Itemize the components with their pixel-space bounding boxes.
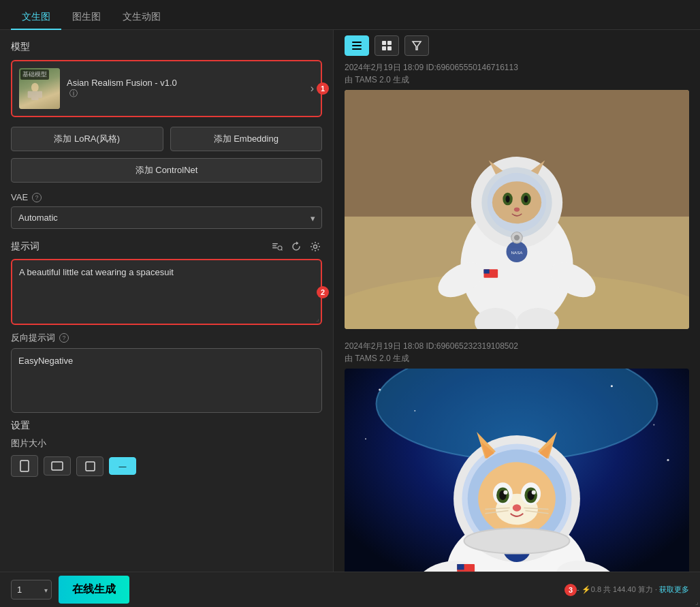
generate-btn-wrapper: 在线生成 3	[59, 576, 570, 604]
svg-point-0	[31, 83, 39, 92]
svg-rect-13	[352, 42, 362, 43]
svg-point-68	[532, 491, 536, 495]
svg-rect-2	[28, 91, 32, 98]
negative-prompt-textarea[interactable]: EasyNegative	[12, 349, 321, 410]
svg-point-45	[514, 235, 520, 240]
svg-point-67	[503, 491, 507, 495]
model-section-title: 模型	[11, 41, 322, 53]
svg-rect-6	[272, 247, 277, 249]
prompt-badge: 2	[317, 286, 329, 298]
tab-image-to-image[interactable]: 图生图	[61, 5, 112, 30]
credits-display: - ⚡0.8 共 144.40 算力 · 获取更多	[577, 585, 689, 595]
prompt-icon-2[interactable]	[289, 240, 303, 253]
prompt-icon-buttons	[270, 240, 322, 253]
prompt-input-box: A beautiful little cat wearing a spacesu…	[11, 259, 322, 325]
svg-marker-20	[413, 42, 421, 50]
prompt-label: 提示词	[11, 240, 39, 253]
negative-prompt-help-icon[interactable]: ?	[59, 333, 69, 343]
negative-prompt-label-row: 反向提示词 ?	[11, 332, 322, 344]
generate-button[interactable]: 在线生成	[59, 576, 129, 604]
generation-info-1: 2024年2月19日 18:09 ID:696065550146716113 由…	[345, 61, 689, 86]
generate-badge: 3	[564, 584, 577, 596]
generated-by-1: 由 TAMS 2.0 生成	[345, 74, 689, 86]
negative-prompt-box: EasyNegative ⌟	[11, 348, 322, 413]
prompt-icon-3[interactable]	[308, 240, 322, 253]
svg-rect-11	[52, 462, 63, 470]
svg-point-32	[524, 196, 528, 202]
svg-rect-19	[387, 46, 392, 50]
addon-buttons-row: 添加 LoRA(风格) 添加 Embedding	[11, 127, 322, 151]
svg-rect-15	[352, 48, 362, 50]
add-lora-button[interactable]: 添加 LoRA(风格)	[11, 127, 163, 151]
model-info: 基础模型 Asian Realism Fusion - v1.0	[19, 68, 177, 109]
vae-select-wrapper: Automatic	[11, 206, 322, 229]
add-embedding-button[interactable]: 添加 Embedding	[170, 127, 323, 151]
image-size-buttons: —	[11, 455, 322, 477]
size-square-btn[interactable]	[76, 456, 104, 476]
vae-label-row: VAE ?	[11, 192, 322, 202]
svg-point-9	[314, 245, 317, 249]
filter-button[interactable]	[404, 35, 429, 56]
svg-rect-4	[272, 243, 278, 245]
bottom-bar: 1 2 4 在线生成 3 - ⚡0.8 共 144.40 算力 · 获取更多	[0, 572, 700, 607]
credits-amount: - ⚡0.8 共 144.40 算力 ·	[577, 585, 659, 593]
model-arrow-icon: ›	[311, 82, 314, 95]
svg-point-49	[379, 389, 381, 391]
image-size-label: 图片大小	[11, 437, 322, 450]
right-content: 2024年2月19日 18:09 ID:696065550146716113 由…	[334, 61, 700, 572]
svg-rect-10	[20, 461, 29, 471]
add-controlnet-button[interactable]: 添加 ControlNet	[11, 158, 322, 183]
generated-image-1[interactable]: NASA	[345, 90, 689, 329]
svg-rect-43	[483, 269, 489, 273]
prompt-header: 提示词	[11, 240, 322, 253]
svg-rect-18	[382, 46, 386, 50]
size-custom-btn[interactable]: —	[109, 457, 136, 475]
svg-text:NASA: NASA	[511, 250, 524, 255]
vae-select[interactable]: Automatic	[11, 206, 322, 229]
list-view-button[interactable]	[345, 35, 369, 56]
negative-prompt-label: 反向提示词	[11, 332, 55, 344]
svg-rect-16	[382, 41, 386, 45]
settings-title: 设置	[11, 420, 322, 432]
svg-line-8	[281, 249, 282, 250]
generated-by-2: 由 TAMS 2.0 生成	[345, 352, 689, 364]
model-badge: 1	[317, 82, 329, 95]
tab-text-to-animation[interactable]: 文生动图	[112, 5, 172, 30]
svg-point-51	[611, 385, 613, 387]
svg-point-54	[667, 459, 669, 461]
grid-view-button[interactable]	[375, 35, 399, 56]
left-panel: 模型 基础模型	[0, 30, 334, 572]
timestamp-2: 2024年2月19日 18:08 ID:696065232319108502	[345, 340, 689, 352]
svg-point-53	[365, 438, 366, 439]
quantity-select[interactable]: 1 2 4	[11, 580, 52, 600]
right-toolbar	[334, 30, 700, 61]
get-more-credits-link[interactable]: 获取更多	[659, 585, 689, 593]
svg-rect-3	[38, 91, 42, 98]
svg-rect-14	[352, 45, 362, 46]
prompt-textarea[interactable]: A beautiful little cat wearing a spacesu…	[12, 260, 321, 322]
generation-info-2: 2024年2月19日 18:08 ID:696065232319108502 由…	[345, 340, 689, 364]
svg-rect-1	[31, 91, 39, 100]
size-portrait-btn[interactable]	[11, 455, 38, 477]
model-name: Asian Realism Fusion - v1.0	[67, 78, 177, 88]
svg-point-28	[492, 181, 541, 223]
tab-text-to-image[interactable]: 文生图	[11, 5, 61, 30]
top-navigation: 文生图 图生图 文生动图	[0, 0, 700, 30]
timestamp-1: 2024年2月19日 18:09 ID:696065550146716113	[345, 61, 689, 74]
resize-handle: ⌟	[316, 315, 319, 322]
size-landscape-btn[interactable]	[44, 456, 71, 476]
svg-point-69	[513, 504, 521, 511]
generated-image-2[interactable]: NASA	[345, 369, 689, 572]
prompt-icon-1[interactable]	[270, 240, 284, 253]
svg-point-50	[414, 410, 415, 411]
svg-point-52	[653, 424, 654, 426]
main-layout: 模型 基础模型	[0, 30, 700, 572]
vae-help-icon[interactable]: ?	[32, 193, 42, 202]
svg-rect-12	[86, 462, 95, 471]
model-thumbnail: 基础模型	[19, 68, 60, 109]
right-panel: 2024年2月19日 18:09 ID:696065550146716113 由…	[334, 30, 700, 572]
info-icon[interactable]: ⓘ	[69, 89, 78, 98]
model-selector[interactable]: 基础模型 Asian Realism Fusion - v1.0	[11, 60, 322, 117]
svg-point-33	[514, 207, 520, 211]
svg-rect-5	[272, 245, 276, 247]
